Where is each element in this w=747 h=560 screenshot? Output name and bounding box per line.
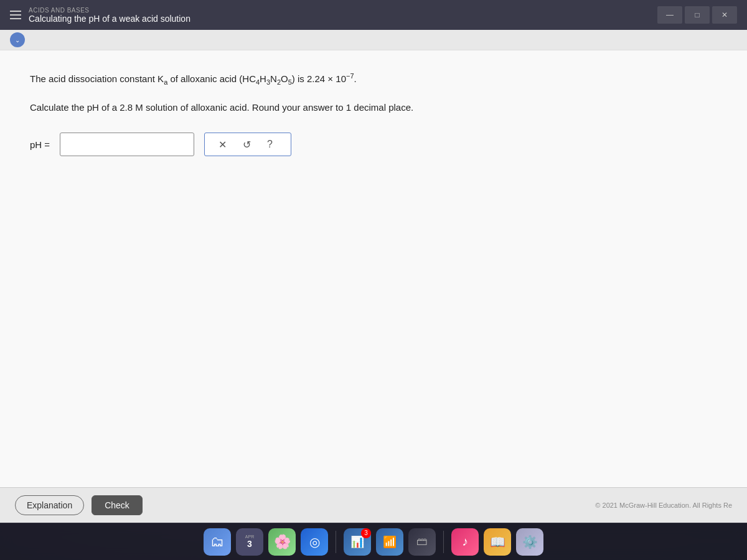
dock: 🗂 APR 3 🌸 ◎ 📊 3 📶 🗃 ♪ 📖 ⚙️: [0, 523, 747, 560]
minimize-button[interactable]: —: [657, 6, 682, 24]
answer-input-box: [60, 133, 194, 156]
hamburger-menu[interactable]: [10, 11, 21, 19]
page-title: Calculating the pH of a weak acid soluti…: [29, 14, 650, 24]
dock-item-files[interactable]: 🗃: [408, 528, 436, 556]
photos-icon: 🌸: [274, 534, 291, 550]
close-button[interactable]: ✕: [712, 6, 737, 24]
copyright-text: © 2021 McGraw-Hill Education. All Rights…: [595, 502, 732, 509]
browser-icon: ◎: [309, 534, 320, 549]
stats-badge: 3: [361, 528, 371, 538]
action-box: ✕ ↺ ?: [204, 133, 291, 156]
collapse-bar: ⌄: [0, 30, 747, 50]
dock-item-browser[interactable]: ◎: [301, 528, 328, 556]
finder-icon: 🗂: [210, 534, 224, 550]
dock-separator-2: [443, 531, 444, 553]
dock-item-finder[interactable]: 🗂: [204, 528, 231, 556]
dock-item-calendar[interactable]: APR 3: [236, 528, 263, 556]
title-info: ACIDS AND BASES Calculating the pH of a …: [29, 7, 650, 24]
explanation-button[interactable]: Explanation: [15, 495, 84, 515]
check-button[interactable]: Check: [92, 495, 143, 515]
dock-item-music[interactable]: ♪: [451, 528, 479, 556]
files-icon: 🗃: [416, 535, 428, 548]
ph-answer-input[interactable]: [68, 139, 186, 150]
dock-item-stats[interactable]: 📊 3: [344, 528, 371, 556]
title-bar: ACIDS AND BASES Calculating the pH of a …: [0, 0, 747, 30]
calendar-month: APR: [245, 534, 254, 539]
collapse-arrow[interactable]: ⌄: [10, 32, 25, 47]
dock-item-signal[interactable]: 📶: [376, 528, 403, 556]
books-icon: 📖: [490, 534, 505, 549]
content-area: The acid dissociation constant Ka of all…: [0, 50, 747, 487]
dock-separator: [336, 531, 336, 553]
help-button[interactable]: ?: [265, 138, 275, 151]
undo-button[interactable]: ↺: [240, 138, 253, 152]
breadcrumb: ACIDS AND BASES: [29, 7, 650, 14]
maximize-button[interactable]: □: [685, 6, 710, 24]
system-icon: ⚙️: [522, 534, 538, 549]
ph-label: pH =: [30, 139, 50, 150]
outer-wrapper: ACIDS AND BASES Calculating the pH of a …: [0, 0, 747, 560]
clear-button[interactable]: ✕: [216, 138, 229, 152]
dock-item-books[interactable]: 📖: [484, 528, 511, 556]
signal-icon: 📶: [383, 535, 397, 549]
window-controls: — □ ✕: [657, 6, 737, 24]
music-icon: ♪: [462, 534, 468, 549]
problem-statement-line1: The acid dissociation constant Ka of all…: [30, 70, 717, 88]
answer-row: pH = ✕ ↺ ?: [30, 133, 717, 156]
bottom-bar: Explanation Check © 2021 McGraw-Hill Edu…: [0, 487, 747, 523]
app-window: ACIDS AND BASES Calculating the pH of a …: [0, 0, 747, 523]
dock-item-photos[interactable]: 🌸: [268, 528, 296, 556]
calendar-day: 3: [247, 539, 252, 549]
dock-item-system[interactable]: ⚙️: [516, 528, 543, 556]
problem-statement-line2: Calculate the pH of a 2.8 M solution of …: [30, 100, 717, 116]
